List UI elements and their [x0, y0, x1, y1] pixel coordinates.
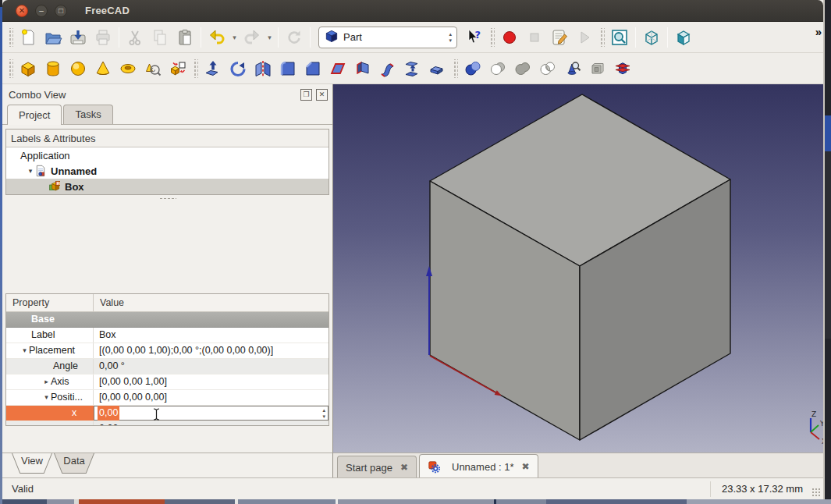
fit-all-button[interactable] [608, 26, 631, 49]
fillet-button[interactable] [276, 57, 300, 80]
tab-project[interactable]: Project [7, 105, 62, 125]
tab-close-icon[interactable]: ✖ [522, 461, 530, 472]
undo-button[interactable] [205, 26, 229, 49]
ruled-surface-button[interactable] [351, 57, 375, 80]
box-button[interactable] [16, 57, 40, 80]
redo-dropdown-icon[interactable]: ▾ [265, 26, 275, 49]
cut-button[interactable] [123, 26, 147, 49]
expander-icon[interactable]: ▸ [42, 374, 51, 389]
toolbar-drag-handle[interactable] [489, 28, 495, 47]
toolbar-drag-handle[interactable] [8, 59, 13, 78]
property-value[interactable]: [0,00 0,00 1,00] [94, 374, 328, 389]
property-value[interactable]: Box [94, 328, 328, 343]
paste-button[interactable] [173, 26, 197, 49]
toolbar-overflow-chevron[interactable]: » [815, 25, 822, 38]
redo-button[interactable] [240, 26, 264, 49]
open-document-button[interactable] [41, 26, 65, 49]
chamfer-button[interactable] [301, 57, 325, 80]
mdi-tab-unnamed---1-[interactable]: Unnamed : 1*✖ [419, 454, 538, 478]
axonometric-view-button[interactable] [672, 26, 695, 49]
cross-sections-button[interactable] [611, 57, 634, 80]
toolbar-drag-handle[interactable] [599, 28, 605, 47]
tab-close-icon[interactable]: ✖ [400, 462, 408, 473]
property-group-base[interactable]: Base [6, 312, 328, 328]
whats-this-button[interactable]: ? [463, 26, 486, 49]
statusbar: Valid 23.33 x 17.32 mm [2, 477, 823, 499]
window-close-button[interactable]: ✕ [16, 5, 28, 17]
new-document-button[interactable] [16, 26, 40, 49]
sphere-button[interactable] [66, 57, 90, 80]
property-row-placement[interactable]: ▾Placement[(0,00 0,00 1,00);0,00 °;(0,00… [6, 343, 328, 359]
extrude-button[interactable] [201, 57, 225, 80]
property-row-label[interactable]: LabelBox [6, 328, 328, 343]
workbench-selector[interactable]: Part▴▾ [318, 27, 457, 48]
expander-icon[interactable]: ▾ [27, 167, 34, 175]
value-spinner-icon[interactable]: ▴▾ [322, 407, 325, 419]
section-button[interactable] [586, 57, 609, 80]
panel-close-icon[interactable]: ✕ [316, 89, 328, 101]
box-feature-icon: H [48, 180, 62, 193]
macro-edit-button[interactable] [548, 26, 571, 49]
tree-item-box[interactable]: HBox [6, 179, 328, 194]
revolve-icon [229, 59, 247, 78]
property-row-positi[interactable]: ▾Positi...[0,00 0,00 0,00] [6, 390, 328, 406]
offset-button[interactable] [426, 57, 449, 80]
tree-item-unnamed[interactable]: ▾Unnamed [6, 163, 328, 179]
property-row-x[interactable]: x0,00▴▾ [6, 406, 328, 421]
copy-button[interactable] [148, 26, 172, 49]
toolbar-drag-handle[interactable] [193, 59, 198, 78]
mirror-button[interactable] [251, 57, 275, 80]
property-value[interactable]: [0,00 0,00 0,00] [94, 390, 328, 405]
undo-dropdown-icon[interactable]: ▾ [229, 26, 240, 49]
value-edit-field[interactable]: 0,00▴▾ [94, 406, 328, 421]
property-row-y[interactable]: y0,00 [6, 421, 328, 426]
panel-float-icon[interactable]: ❐ [300, 89, 312, 101]
draw-style-button[interactable] [640, 26, 663, 49]
resize-grip[interactable] [811, 488, 821, 497]
sweep-button[interactable] [376, 57, 400, 80]
workbench-spinner-icon[interactable]: ▴▾ [449, 31, 452, 43]
boolean-button[interactable] [461, 57, 485, 80]
property-name: Positi... [51, 390, 83, 405]
panel-splitter[interactable] [2, 195, 332, 201]
expander-icon[interactable]: ▾ [42, 390, 51, 405]
print-button[interactable] [91, 26, 115, 49]
property-value[interactable]: [(0,00 0,00 1,00);0,00 °;(0,00 0,00 0,00… [94, 343, 328, 358]
property-value[interactable]: 0,00 [94, 421, 328, 426]
titlebar[interactable]: ✕ – □ FreeCAD [2, 0, 823, 22]
shape-builder-button[interactable] [166, 57, 190, 80]
boolean-intersection-button[interactable] [536, 57, 559, 80]
expander-icon[interactable]: ▾ [20, 343, 29, 358]
macro-play-button[interactable] [573, 26, 596, 49]
refresh-button[interactable] [282, 26, 306, 49]
mdi-tab-start-page[interactable]: Start page✖ [337, 456, 417, 478]
boolean-cut-button[interactable] [486, 57, 510, 80]
toolbar-part [2, 53, 823, 84]
macro-record-button[interactable] [498, 26, 521, 49]
bottom-tab-view[interactable]: View [12, 453, 52, 474]
revolve-button[interactable] [226, 57, 250, 80]
toolbar-separator [278, 27, 279, 48]
make-face-button[interactable] [326, 57, 350, 80]
create-primitives-button[interactable] [141, 57, 165, 80]
macro-stop-button[interactable] [523, 26, 546, 49]
loft-button[interactable] [401, 57, 424, 80]
bottom-tab-data[interactable]: Data [54, 453, 94, 474]
toolbar-drag-handle[interactable] [453, 59, 458, 78]
svg-text:Z: Z [811, 410, 816, 418]
save-document-button[interactable] [66, 26, 90, 49]
window-minimize-button[interactable]: – [35, 5, 48, 17]
property-row-angle[interactable]: Angle0,00 ° [6, 359, 328, 374]
window-maximize-button[interactable]: □ [55, 5, 67, 17]
cone-button[interactable] [91, 57, 115, 80]
tab-tasks[interactable]: Tasks [63, 105, 112, 124]
toolbar-drag-handle[interactable] [8, 28, 13, 47]
property-value[interactable]: 0,00 ° [94, 359, 328, 374]
tree-item-application[interactable]: Application [6, 147, 328, 163]
torus-button[interactable] [116, 57, 140, 80]
property-row-axis[interactable]: ▸Axis[0,00 0,00 1,00] [6, 374, 328, 390]
check-geometry-button[interactable] [561, 57, 584, 80]
3d-viewport[interactable]: Z Y X [333, 84, 823, 453]
cylinder-button[interactable] [41, 57, 65, 80]
boolean-union-button[interactable] [511, 57, 534, 80]
